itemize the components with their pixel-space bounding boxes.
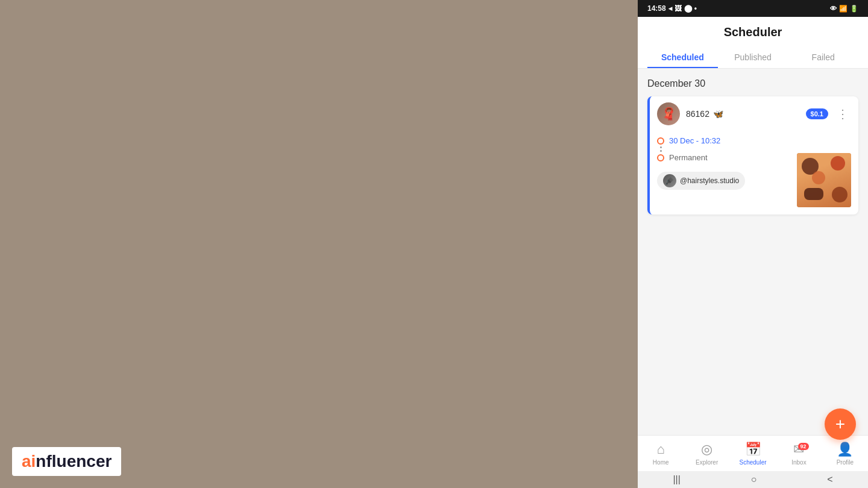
post-permanent-row: Permanent bbox=[657, 153, 745, 162]
android-back-btn[interactable]: < bbox=[827, 474, 832, 485]
post-card-body: 30 Dec - 10:32 Permanent 🪮 bbox=[650, 131, 858, 214]
tab-failed[interactable]: Failed bbox=[788, 46, 858, 68]
profile-icon: 👤 bbox=[837, 442, 853, 457]
time-display: 14:58 bbox=[647, 4, 666, 13]
status-bullet: • bbox=[694, 4, 697, 13]
account-avatar: 🪮 bbox=[663, 174, 676, 187]
scheduler-icon: 📅 bbox=[745, 442, 761, 457]
permanent-label: Permanent bbox=[669, 153, 708, 162]
status-eye-icon: 👁 bbox=[830, 5, 837, 12]
watermark-ai: ai bbox=[22, 452, 36, 471]
android-menu-btn[interactable]: ||| bbox=[673, 474, 680, 485]
food-visual bbox=[797, 153, 851, 207]
home-icon: ⌂ bbox=[657, 442, 665, 457]
nav-explorer[interactable]: ◎ Explorer bbox=[684, 442, 729, 466]
connector-dot-1 bbox=[660, 146, 662, 148]
nav-home[interactable]: ⌂ Home bbox=[638, 442, 684, 466]
android-bar: ||| ○ < bbox=[638, 471, 868, 488]
tab-published[interactable]: Published bbox=[718, 46, 788, 68]
app-header: Scheduler Scheduled Published Failed bbox=[638, 17, 868, 69]
nav-scheduler[interactable]: 📅 Scheduler bbox=[730, 442, 776, 466]
content-area: December 30 🧣 86162 🦋 $0.1 ⋮ bbox=[638, 69, 868, 435]
phone-frame: 14:58 ◂ 🖼 ⬤ • 👁 📶 🔋 Scheduler Scheduled … bbox=[638, 0, 868, 488]
status-battery: 🔋 bbox=[850, 5, 858, 13]
nav-inbox[interactable]: ✉ 92 Inbox bbox=[776, 442, 822, 466]
price-badge: $0.1 bbox=[806, 108, 828, 119]
account-name: @hairstyles.studio bbox=[680, 177, 739, 185]
permanent-dot-indicator bbox=[657, 154, 664, 161]
nav-profile-label: Profile bbox=[837, 459, 854, 466]
nav-home-label: Home bbox=[653, 459, 669, 466]
bottom-nav: ⌂ Home ◎ Explorer 📅 Scheduler ✉ 92 Inbox… bbox=[638, 435, 868, 471]
avatar-image: 🧣 bbox=[657, 102, 680, 125]
fab-add-button[interactable]: + bbox=[825, 408, 856, 440]
app-title: Scheduler bbox=[647, 25, 858, 39]
account-tag[interactable]: 🪮 @hairstyles.studio bbox=[657, 172, 745, 190]
tab-scheduled[interactable]: Scheduled bbox=[647, 46, 718, 68]
post-thumbnail bbox=[797, 153, 851, 207]
status-bar: 14:58 ◂ 🖼 ⬤ • 👁 📶 🔋 bbox=[638, 0, 868, 17]
time-dot-indicator bbox=[657, 137, 664, 145]
more-options-button[interactable]: ⋮ bbox=[834, 107, 851, 121]
android-home-btn[interactable]: ○ bbox=[751, 474, 757, 485]
avatar: 🧣 bbox=[657, 102, 680, 125]
explorer-icon: ◎ bbox=[701, 442, 712, 457]
nav-scheduler-label: Scheduler bbox=[740, 459, 767, 466]
connector-dot-2 bbox=[660, 150, 662, 152]
post-card: 🧣 86162 🦋 $0.1 ⋮ bbox=[647, 96, 858, 214]
post-time-content: 30 Dec - 10:32 bbox=[669, 136, 720, 145]
status-right-icons: 👁 📶 🔋 bbox=[830, 5, 858, 13]
status-img-icon: 🖼 bbox=[675, 4, 682, 13]
post-username: 86162 bbox=[686, 109, 709, 119]
status-dot: ⬤ bbox=[684, 4, 692, 13]
fab-label: + bbox=[835, 414, 845, 434]
status-signal: 📶 bbox=[839, 5, 848, 13]
watermark-nfluencer: nfluencer bbox=[36, 452, 112, 471]
nav-explorer-label: Explorer bbox=[696, 459, 718, 466]
platform-icon: 🦋 bbox=[713, 109, 723, 119]
tabs-bar: Scheduled Published Failed bbox=[647, 46, 858, 68]
section-date: December 30 bbox=[647, 78, 858, 89]
post-card-header: 🧣 86162 🦋 $0.1 ⋮ bbox=[650, 96, 858, 131]
watermark: ainfluencer bbox=[12, 447, 121, 476]
post-user-info: 86162 🦋 bbox=[686, 109, 800, 119]
nav-inbox-label: Inbox bbox=[791, 459, 806, 466]
post-datetime: 30 Dec - 10:32 bbox=[669, 136, 720, 145]
inbox-badge: 92 bbox=[798, 443, 809, 450]
status-arrow: ◂ bbox=[668, 4, 672, 13]
nav-profile[interactable]: 👤 Profile bbox=[822, 442, 868, 466]
status-time: 14:58 ◂ 🖼 ⬤ • bbox=[647, 4, 697, 13]
